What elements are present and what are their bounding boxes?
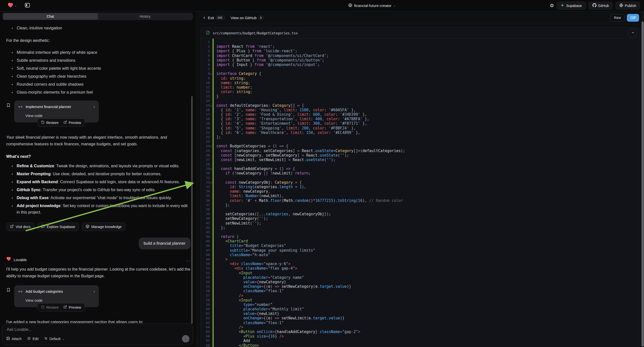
package-icon (86, 224, 89, 229)
file-card-header: src/components/budget/BudgetCategories.t… (201, 28, 640, 38)
design-bullet-list: Minimalist interface with plenty of whit… (6, 49, 190, 96)
sliders-icon (44, 336, 48, 341)
list-item: Rounded corners and subtle shadows (6, 81, 190, 88)
chevron-left-icon (203, 16, 206, 20)
view-code-link[interactable]: View code (26, 112, 95, 119)
whats-next-heading: What's next? (6, 153, 190, 160)
version-title: Add budget categories (26, 288, 63, 295)
app-window: ⌄ financial-future-creator ⌄ ⚙ Supabase (0, 0, 644, 347)
code-icon: <> (18, 288, 23, 295)
edit-mode-button[interactable]: Edit (27, 336, 38, 341)
panel-icon (25, 3, 30, 8)
publish-button[interactable]: Publish (616, 2, 640, 10)
bookmark-icon (6, 287, 11, 307)
restore-preview-toolbar: Restore Preview (37, 118, 85, 127)
code-scrollbar-thumb[interactable] (642, 22, 644, 346)
list-item: Clean typography with clear hierarchies (6, 73, 190, 80)
settings-button[interactable]: ⚙ (550, 3, 554, 8)
visit-docs-button[interactable]: Visit docs (6, 222, 34, 231)
list-item: GitHub Sync: Transfer your project's cod… (6, 187, 190, 193)
exit-button[interactable]: Exit ESC (203, 16, 224, 20)
external-link-icon (64, 305, 67, 310)
preview-button[interactable]: Preview (64, 120, 81, 125)
image-icon (6, 336, 10, 341)
supabase-button[interactable]: Supabase (557, 2, 586, 10)
list-item: Clean, intuitive navigation (6, 25, 190, 31)
list-item: Master Prompting: Use clear, detailed, a… (6, 171, 190, 177)
message-bubble-icon (41, 224, 45, 229)
list-item: Glass-morphic elements for a premium fee… (6, 89, 190, 96)
bookmark-icon (6, 102, 11, 122)
version-card-implement-planner[interactable]: <> Implement financial planner › View co… (14, 100, 99, 122)
explore-supabase-button[interactable]: Explore Supabase (37, 222, 79, 231)
previous-list-tail: Clean, intuitive navigation (6, 25, 190, 31)
manage-knowledge-button[interactable]: Manage knowledge (82, 222, 125, 231)
supabase-bolt-icon (560, 4, 564, 8)
esc-key-badge: ESC (216, 16, 224, 20)
raw-toggle-button[interactable]: Raw (610, 14, 624, 22)
chat-scroll-area: Clean, intuitive navigation For the desi… (0, 22, 197, 323)
chat-composer: Ask Lovable... Attach Edit Default ⌄ ↑ (2, 324, 193, 345)
attach-button[interactable]: Attach (6, 336, 22, 341)
list-item: Soft, neutral color palette with light b… (6, 65, 190, 72)
chevron-right-icon: › (94, 104, 95, 110)
list-item: Subtle animations and transitions (6, 57, 190, 64)
list-item: Minimalist interface with plenty of whit… (6, 49, 190, 56)
tab-chat[interactable]: Chat (3, 13, 98, 20)
preview-button[interactable]: Preview (64, 305, 81, 310)
code-header: Exit ESC View on GitHub G Raw Diff (197, 12, 644, 24)
lovable-heart-icon (6, 256, 11, 263)
github-button[interactable]: GitHub (589, 2, 613, 10)
list-item: Add project knowledge: Set key context o… (6, 202, 190, 216)
chevron-down-icon: ⌄ (14, 4, 17, 7)
restore-icon (41, 305, 44, 310)
collapse-file-button[interactable] (628, 29, 637, 37)
external-link-icon (10, 224, 14, 229)
message-more-button[interactable]: ... (186, 258, 190, 262)
chat-input[interactable]: Ask Lovable... (7, 327, 188, 332)
top-bar: ⌄ financial-future-creator ⌄ ⚙ Supabase (0, 0, 644, 12)
restore-button[interactable]: Restore (41, 120, 58, 125)
tab-history[interactable]: History (98, 13, 193, 20)
code-editor: 1 2import React from 'react';3import { P… (201, 38, 640, 347)
chat-scrollbar[interactable] (191, 96, 193, 324)
g-key-badge: G (259, 16, 264, 20)
code-lines: 1 2import React from 'react';3import { P… (201, 40, 640, 347)
assistant-paragraph: I've added a new budget categories manag… (6, 318, 188, 323)
list-item: Debug with Ease: Activate our experiment… (6, 195, 190, 201)
globe-icon (619, 4, 623, 8)
list-item: Expand with Backend: Connect Supabase to… (6, 179, 190, 185)
diff-added-gutter-bar (212, 38, 214, 347)
chevron-down-icon: ⌄ (394, 4, 396, 7)
github-icon (592, 3, 596, 8)
restore-button[interactable]: Restore (41, 305, 58, 310)
assistant-paragraph: Your sleek financial planner is now read… (6, 134, 188, 147)
project-title: financial-future-creator (354, 4, 392, 8)
project-switcher[interactable]: financial-future-creator ⌄ (194, 3, 550, 8)
restore-icon (41, 120, 44, 125)
user-message: build a financial planner (139, 238, 190, 250)
arrow-up-icon: ↑ (185, 337, 187, 341)
chevron-right-icon: › (94, 288, 95, 295)
model-selector[interactable]: Default ⌄ (44, 336, 65, 341)
view-on-github-button[interactable]: View on GitHub G (231, 16, 264, 20)
chevron-up-icon (631, 31, 634, 35)
sidebar-toggle-button[interactable] (23, 2, 32, 10)
diff-toggle-button[interactable]: Diff (627, 14, 639, 22)
assistant-name: Lovable (14, 257, 27, 263)
file-plus-icon (206, 30, 210, 36)
chevron-down-icon: ⌄ (62, 337, 64, 340)
restore-preview-toolbar: Restore Preview (37, 303, 85, 312)
lovable-logo-menu[interactable]: ⌄ (8, 2, 17, 9)
view-code-link[interactable]: View code (26, 297, 95, 304)
version-card-add-budget-categories[interactable]: <> Add budget categories › View code Res… (14, 285, 99, 307)
whats-next-list: Refine & Customize: Tweak the design, an… (6, 163, 190, 216)
list-item: Refine & Customize: Tweak the design, an… (6, 163, 190, 169)
quick-actions-row: Visit docs Explore Supabase Manage knowl… (6, 222, 190, 231)
file-diff-card: src/components/budget/BudgetCategories.t… (201, 28, 640, 347)
gear-icon: ⚙ (550, 3, 554, 8)
code-panel: Exit ESC View on GitHub G Raw Diff src/c… (197, 12, 644, 347)
file-path: src/components/budget/BudgetCategories.t… (213, 31, 298, 35)
send-button[interactable]: ↑ (182, 335, 190, 342)
external-link-icon (64, 120, 67, 125)
